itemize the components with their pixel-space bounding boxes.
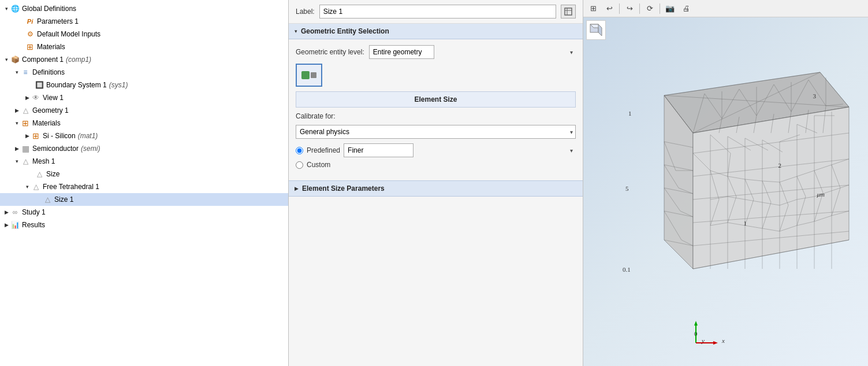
size-icon: △: [35, 169, 44, 179]
label-text: Label:: [296, 8, 315, 16]
toolbar-sep2: [639, 3, 640, 14]
section-geometric-body: Geometric entity level: Entire geometry …: [289, 39, 583, 178]
tree-item-geometry1[interactable]: ▶ △ Geometry 1: [0, 104, 288, 117]
arrow-materials: ▾: [13, 120, 21, 126]
geom-icon: △: [21, 106, 30, 115]
tree-item-size1[interactable]: △ Size 1: [0, 193, 288, 206]
custom-radio[interactable]: [296, 161, 303, 169]
tree-label-definitions: Definitions: [32, 68, 65, 76]
tree-item-materials[interactable]: ▾ ⊞ Materials: [0, 117, 288, 130]
tree-item-global-def[interactable]: ▾ 🌐 Global Definitions: [0, 2, 288, 15]
tree-label-study1: Study 1: [22, 208, 46, 216]
axis-label-mu: μm: [817, 191, 825, 198]
material-icon: ⊞: [25, 42, 35, 51]
tree-label-default-inputs: Default Model Inputs: [37, 30, 100, 38]
svg-rect-0: [565, 8, 572, 15]
semiconductor-icon: ▦: [21, 144, 30, 153]
toolbar-top: ⊞ ↩ ↪ ⟳ 📷 🖨: [583, 0, 868, 17]
custom-label[interactable]: Custom: [307, 161, 330, 169]
tree-item-boundary-sys[interactable]: 🔲 Boundary System 1 (sys1): [0, 79, 288, 91]
tree-item-parameters[interactable]: Pi Parameters 1: [0, 15, 288, 28]
label-icon-button[interactable]: [561, 5, 576, 19]
predefined-select[interactable]: Extremely coarse Extra coarse Coarser Co…: [344, 143, 413, 157]
toolbar-btn-undo[interactable]: ↩: [602, 2, 617, 16]
settings-panel: Label: ▾ Geometric Entity Selection Geom…: [289, 0, 583, 366]
tree-item-study1[interactable]: ▶ ∞ Study 1: [0, 206, 288, 219]
study-icon: ∞: [10, 208, 20, 217]
tree-item-free-tet[interactable]: ▾ △ Free Tetrahedral 1: [0, 180, 288, 193]
tree-label-mesh1: Mesh 1: [32, 157, 55, 165]
arrow-study1: ▶: [2, 209, 10, 215]
predefined-label[interactable]: Predefined: [307, 146, 340, 154]
element-size-params-title: Element Size Parameters: [302, 184, 385, 193]
toolbar-btn-camera[interactable]: 📷: [662, 2, 677, 16]
tree-item-materials-top[interactable]: ⊞ Materials: [0, 40, 288, 53]
axis-label-left-5: 5: [625, 185, 629, 192]
element-size-params-header[interactable]: ▶ Element Size Parameters: [289, 180, 583, 197]
mesh-icon: △: [21, 157, 30, 166]
tetrahedral-icon: △: [31, 182, 40, 191]
predefined-radio[interactable]: [296, 147, 303, 154]
tree-label-component1: Component 1: [22, 56, 64, 64]
tree-label-view1: View 1: [43, 94, 64, 102]
toolbar-btn-print[interactable]: 🖨: [679, 2, 694, 16]
predefined-row: Predefined Extremely coarse Extra coarse…: [296, 143, 576, 157]
tree-item-default-inputs[interactable]: ⚙ Default Model Inputs: [0, 28, 288, 40]
axis-x: x: [722, 337, 725, 344]
arrow-geometry1: ▶: [13, 108, 21, 113]
custom-row: Custom: [296, 161, 576, 169]
calibrate-label: Calibrate for:: [296, 112, 336, 120]
svg-marker-8: [693, 107, 849, 269]
tree-label-si-silicon-italic: (mat1): [78, 132, 98, 140]
size1-icon: △: [43, 195, 52, 204]
view-3d[interactable]: 3 2 1 μm 1 5 0.1 0 y x: [583, 17, 868, 366]
calibrate-select[interactable]: General physics Fluid dynamics Semicondu…: [296, 125, 576, 139]
tree-item-semiconductor[interactable]: ▶ ▦ Semiconductor (semi): [0, 142, 288, 155]
gear-icon: ⚙: [25, 29, 35, 39]
tree-item-mesh1[interactable]: ▾ △ Mesh 1: [0, 155, 288, 168]
toolbar-btn-grid[interactable]: ⊞: [586, 2, 601, 16]
toolbar-sep1: [619, 3, 620, 14]
tree-label-si-silicon: Si - Silicon: [43, 132, 76, 140]
tree-item-component1[interactable]: ▾ 📦 Component 1 (comp1): [0, 53, 288, 66]
mesh-visualization: [629, 26, 868, 327]
tree-item-definitions[interactable]: ▾ ≡ Definitions: [0, 66, 288, 79]
tree-label-semiconductor-italic: (semi): [81, 145, 100, 153]
component-icon: 📦: [10, 55, 20, 64]
tree-item-results[interactable]: ▶ 📊 Results: [0, 219, 288, 231]
section-geometric-title: Geometric Entity Selection: [301, 27, 389, 35]
section-geometric-header[interactable]: ▾ Geometric Entity Selection: [289, 24, 583, 39]
view-panel: ⊞ ↩ ↪ ⟳ 📷 🖨: [583, 0, 868, 366]
svg-marker-114: [713, 341, 718, 345]
tree-label-materials-top: Materials: [37, 43, 65, 51]
entity-button[interactable]: [296, 64, 322, 87]
results-icon: 📊: [10, 220, 20, 230]
svg-marker-112: [694, 321, 698, 326]
axis-label-1: 1: [744, 220, 747, 227]
axis-label-2: 2: [778, 162, 782, 169]
axis-label-left-01: 0.1: [623, 266, 631, 273]
tree-label-size1: Size 1: [54, 195, 73, 204]
arrow-mesh1: ▾: [13, 158, 21, 164]
material2-icon: ⊞: [21, 119, 30, 128]
tree-label-global-def: Global Definitions: [22, 5, 76, 13]
geometric-entity-select[interactable]: Entire geometry Domain Boundary Edge Poi…: [369, 45, 434, 59]
arrow-semiconductor: ▶: [13, 146, 21, 151]
tree-label-size: Size: [46, 170, 59, 178]
element-size-header: Element Size: [296, 91, 576, 108]
toolbar-btn-refresh[interactable]: ⟳: [642, 2, 657, 16]
arrow-component1: ▾: [2, 57, 10, 62]
orientation-cube[interactable]: [586, 20, 606, 40]
toolbar-btn-redo[interactable]: ↪: [622, 2, 637, 16]
section-geometric-arrow: ▾: [295, 28, 297, 34]
tree-item-view1[interactable]: ▶ 👁 View 1: [0, 91, 288, 104]
tree-label-component1-italic: (comp1): [66, 56, 91, 64]
arrow-results: ▶: [2, 222, 10, 228]
element-size-title: Element Size: [414, 95, 457, 103]
predefined-select-wrapper: Extremely coarse Extra coarse Coarser Co…: [344, 143, 576, 157]
label-input[interactable]: [319, 5, 556, 19]
tree-item-si-silicon[interactable]: ▶ ⊞ Si - Silicon (mat1): [0, 130, 288, 142]
tree-item-size[interactable]: △ Size: [0, 168, 288, 180]
calibrate-select-row: General physics Fluid dynamics Semicondu…: [296, 125, 576, 139]
element-size-params-arrow: ▶: [295, 186, 299, 191]
